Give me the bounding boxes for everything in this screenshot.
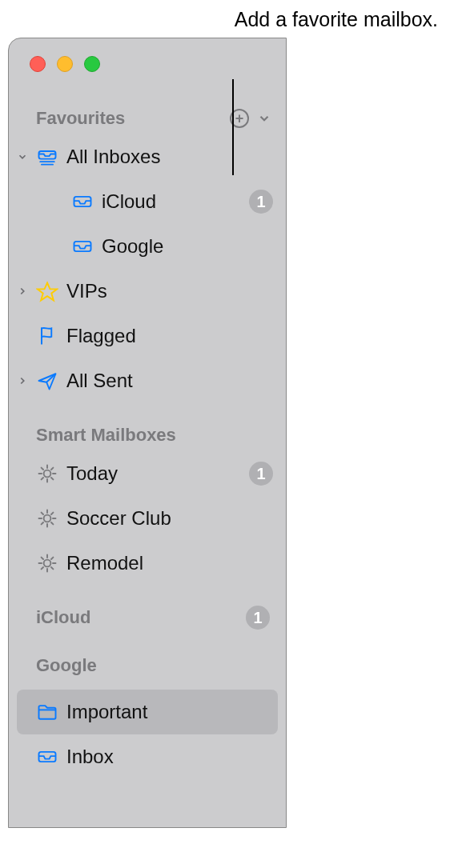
sidebar-item-label: iCloud (102, 190, 249, 213)
sidebar-item-today[interactable]: Today 1 (9, 451, 286, 496)
window-controls (9, 38, 286, 72)
flag-icon (36, 325, 66, 347)
disclosure-toggle[interactable] (9, 375, 36, 386)
tray-icon (71, 190, 102, 213)
disclosure-toggle[interactable] (9, 151, 36, 162)
sidebar-item-label: Important (66, 701, 273, 723)
sidebar-item-label: Today (66, 462, 249, 485)
chevron-down-icon (257, 111, 271, 126)
sidebar-item-flagged[interactable]: Flagged (9, 314, 286, 358)
sidebar-item-google-inbox[interactable]: Google (9, 224, 286, 269)
star-icon (36, 280, 66, 302)
google-account-header[interactable]: Google (9, 650, 286, 682)
icloud-account-header[interactable]: iCloud 1 (9, 602, 286, 634)
smart-mailboxes-title: Smart Mailboxes (36, 425, 176, 446)
svg-marker-3 (38, 283, 58, 301)
callout-line (232, 79, 234, 175)
sidebar: Favourites + (9, 72, 286, 779)
sidebar-item-label: Flagged (66, 325, 273, 347)
close-window-button[interactable] (30, 56, 46, 72)
svg-point-4 (44, 470, 51, 478)
gear-icon (36, 462, 66, 485)
unread-badge: 1 (249, 462, 273, 486)
unread-badge: 1 (249, 190, 273, 214)
sidebar-item-label: Inbox (66, 746, 273, 768)
sidebar-item-label: All Inboxes (66, 146, 273, 168)
sidebar-item-soccer-club[interactable]: Soccer Club (9, 496, 286, 541)
gear-icon (36, 507, 66, 530)
sidebar-item-inbox[interactable]: Inbox (9, 734, 286, 779)
icloud-account-title: iCloud (36, 607, 90, 628)
favourites-section-header: Favourites + (9, 102, 286, 134)
sidebar-item-important[interactable]: Important (17, 690, 278, 734)
gear-icon (36, 552, 66, 574)
sidebar-item-icloud-inbox[interactable]: iCloud 1 (9, 179, 286, 224)
paperplane-icon (36, 370, 66, 392)
sidebar-item-all-sent[interactable]: All Sent (9, 358, 286, 403)
sidebar-item-label: VIPs (66, 280, 273, 302)
disclosure-toggle[interactable] (9, 286, 36, 297)
folder-icon (36, 701, 66, 723)
chevron-down-icon (17, 151, 28, 162)
svg-point-5 (44, 515, 51, 522)
favourites-title: Favourites (36, 108, 125, 129)
zoom-window-button[interactable] (84, 56, 100, 72)
smart-mailboxes-header: Smart Mailboxes (9, 419, 286, 451)
callout-text: Add a favorite mailbox. (8, 8, 454, 31)
sidebar-item-remodel[interactable]: Remodel (9, 541, 286, 586)
tray-icon (71, 235, 102, 258)
sidebar-item-vips[interactable]: VIPs (9, 269, 286, 314)
sidebar-item-label: Google (102, 235, 273, 258)
sidebar-item-label: Soccer Club (66, 507, 273, 530)
stacked-tray-icon (36, 146, 66, 168)
sidebar-item-label: All Sent (66, 370, 273, 392)
chevron-right-icon (17, 286, 28, 297)
mail-sidebar-window: Favourites + (8, 38, 287, 828)
svg-rect-0 (39, 151, 56, 159)
favourites-disclose-button[interactable] (257, 111, 271, 126)
google-account-title: Google (36, 655, 97, 676)
chevron-right-icon (17, 375, 28, 386)
unread-badge: 1 (246, 606, 270, 630)
sidebar-item-label: Remodel (66, 552, 273, 574)
svg-point-6 (44, 560, 51, 567)
minimize-window-button[interactable] (57, 56, 73, 72)
tray-icon (36, 746, 66, 768)
sidebar-item-all-inboxes[interactable]: All Inboxes (9, 134, 286, 179)
